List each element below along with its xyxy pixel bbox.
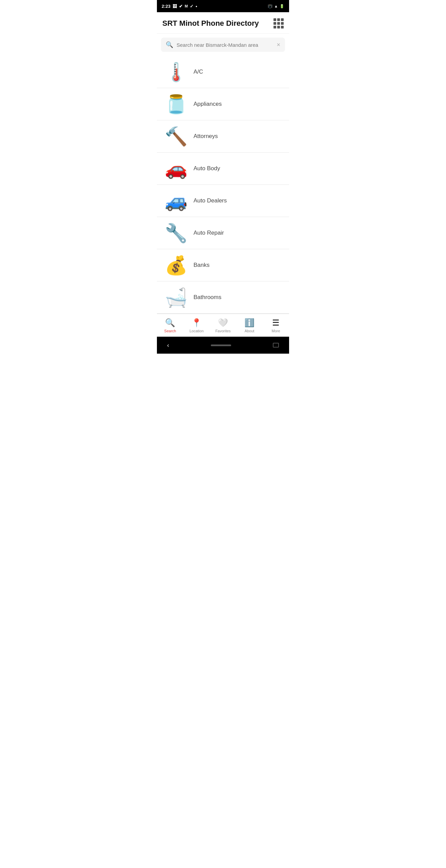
list-item[interactable]: 🛁Bathrooms (157, 281, 289, 314)
home-pill[interactable] (211, 344, 231, 346)
battery-icon: 🔋 (280, 4, 284, 8)
gmail-icon: M (185, 4, 188, 8)
photo-icon: 🖼 (173, 4, 177, 9)
recents-button[interactable] (273, 343, 279, 348)
category-icon-6: 🔧 (162, 221, 189, 245)
category-icon-4: 🚗 (162, 157, 189, 180)
category-label-2: Appliances (194, 101, 222, 107)
list-item[interactable]: 🌡️A/C (157, 56, 289, 88)
search-input[interactable] (177, 42, 273, 48)
system-nav-bar: ‹ (157, 337, 289, 354)
category-icon-7: 💰 (162, 253, 189, 277)
category-label-5: Auto Dealers (194, 197, 227, 204)
category-icon-1: 🌡️ (162, 60, 189, 84)
category-icon-5: 🚙 (162, 189, 189, 213)
nav-location-icon: 📍 (191, 318, 202, 328)
nav-search-label: Search (164, 329, 176, 333)
search-icon: 🔍 (166, 41, 173, 48)
category-label-8: Bathrooms (194, 294, 221, 301)
category-icon-8: 🛁 (162, 285, 189, 309)
vibrate-icon: 📳 (268, 4, 272, 8)
nav-item-location[interactable]: 📍Location (183, 315, 210, 336)
search-bar[interactable]: 🔍 × (161, 38, 285, 52)
status-bar: 2:23 🖼 ✔ M ✓ • 📳 ▲ 🔋 (157, 0, 289, 12)
pocket-icon: ✔ (179, 4, 183, 9)
nav-item-about[interactable]: ℹ️About (236, 315, 263, 336)
nav-search-icon: 🔍 (165, 318, 175, 328)
category-label-4: Auto Body (194, 165, 220, 172)
dot-icon: • (196, 4, 197, 9)
page-title: SRT Minot Phone Directory (162, 19, 259, 28)
list-item[interactable]: 🚙Auto Dealers (157, 185, 289, 217)
category-list: 🌡️A/C🫙Appliances🔨Attorneys🚗Auto Body🚙Aut… (157, 56, 289, 314)
nav-more-icon: ☰ (272, 318, 280, 328)
category-label-6: Auto Repair (194, 230, 224, 236)
status-time: 2:23 (162, 4, 170, 9)
list-item[interactable]: 🔧Auto Repair (157, 217, 289, 249)
status-left: 2:23 🖼 ✔ M ✓ • (162, 4, 197, 9)
list-item[interactable]: 💰Banks (157, 249, 289, 281)
nav-item-search[interactable]: 🔍Search (157, 315, 183, 336)
list-item[interactable]: 🔨Attorneys (157, 120, 289, 153)
back-button[interactable]: ‹ (167, 342, 169, 349)
bottom-nav: 🔍Search📍Location🤍Favoritesℹ️About☰More (157, 314, 289, 337)
nav-more-label: More (271, 329, 280, 333)
category-label-3: Attorneys (194, 133, 218, 140)
status-right: 📳 ▲ 🔋 (268, 4, 284, 8)
nav-location-label: Location (189, 329, 204, 333)
nav-item-favorites[interactable]: 🤍Favorites (210, 315, 236, 336)
nav-about-icon: ℹ️ (244, 318, 255, 328)
check-icon: ✓ (190, 4, 194, 9)
nav-about-label: About (245, 329, 255, 333)
list-item[interactable]: 🚗Auto Body (157, 153, 289, 185)
app-header: SRT Minot Phone Directory (157, 12, 289, 34)
nav-favorites-label: Favorites (215, 329, 230, 333)
wifi-icon: ▲ (274, 4, 278, 8)
grid-view-button[interactable] (273, 18, 284, 28)
category-label-7: Banks (194, 262, 209, 269)
clear-search-button[interactable]: × (277, 41, 280, 48)
category-icon-2: 🫙 (162, 92, 189, 116)
nav-favorites-icon: 🤍 (218, 318, 228, 328)
category-icon-3: 🔨 (162, 124, 189, 148)
list-item[interactable]: 🫙Appliances (157, 88, 289, 120)
category-label-1: A/C (194, 68, 203, 75)
nav-item-more[interactable]: ☰More (263, 315, 289, 336)
